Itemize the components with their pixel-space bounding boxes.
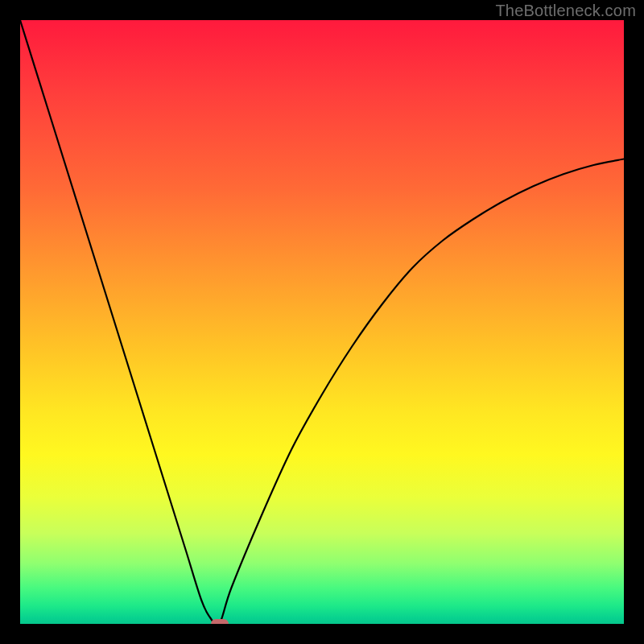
bottleneck-curve xyxy=(20,20,624,624)
chart-frame: TheBottleneck.com xyxy=(0,0,644,644)
plot-area xyxy=(20,20,624,624)
optimal-point-marker xyxy=(211,619,229,624)
watermark-text: TheBottleneck.com xyxy=(495,2,636,20)
curve-svg xyxy=(20,20,624,624)
